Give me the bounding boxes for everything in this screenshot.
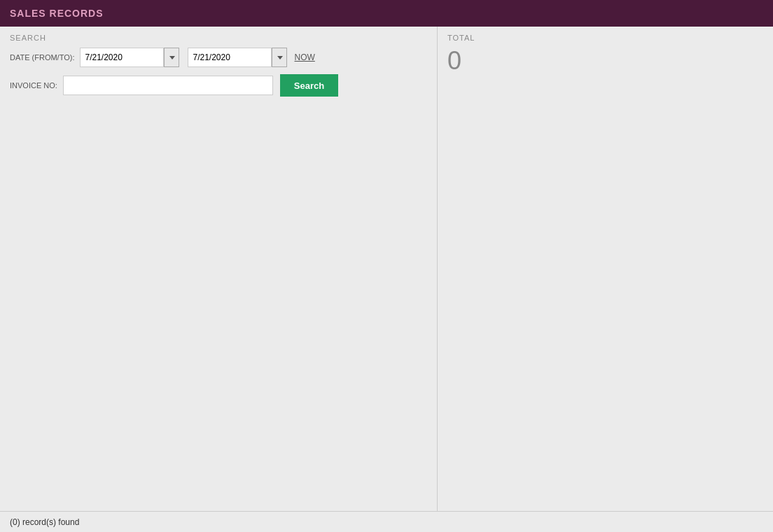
total-panel: TOTAL 0	[438, 27, 773, 511]
search-button[interactable]: Search	[280, 74, 338, 97]
date-to-input[interactable]	[188, 48, 272, 67]
total-value: 0	[447, 46, 763, 76]
date-from-group	[80, 48, 179, 67]
date-to-group	[188, 48, 287, 67]
date-from-input[interactable]	[80, 48, 164, 67]
invoice-input[interactable]	[63, 76, 273, 95]
date-to-picker-button[interactable]	[272, 48, 287, 67]
search-panel: SEARCH DATE (FROM/TO): NOW INVOICE NO:	[0, 27, 438, 511]
app-title: SALES RECORDS	[10, 8, 104, 19]
date-row: DATE (FROM/TO): NOW	[10, 48, 427, 67]
search-section-label: SEARCH	[10, 34, 427, 42]
date-from-picker-button[interactable]	[164, 48, 179, 67]
status-text: (0) record(s) found	[10, 517, 79, 527]
invoice-label: INVOICE NO:	[10, 81, 57, 90]
now-link[interactable]: NOW	[294, 52, 314, 62]
status-bar: (0) record(s) found	[0, 511, 773, 532]
chevron-down-icon	[169, 56, 175, 59]
chevron-down-icon-2	[277, 56, 283, 59]
invoice-row: INVOICE NO: Search	[10, 74, 427, 97]
main-content: SEARCH DATE (FROM/TO): NOW INVOICE NO:	[0, 27, 773, 511]
date-label: DATE (FROM/TO):	[10, 53, 74, 62]
total-label: TOTAL	[447, 34, 763, 42]
title-bar: SALES RECORDS	[0, 0, 773, 27]
